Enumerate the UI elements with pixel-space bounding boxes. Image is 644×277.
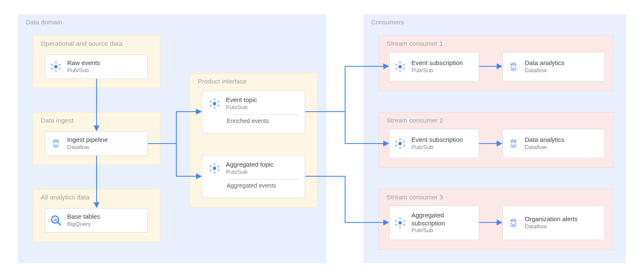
service-sub: Pub/Sub <box>411 144 463 151</box>
service-title: Event subscription <box>411 59 463 67</box>
service-title: Aggregated subscription <box>411 212 474 227</box>
box-event-topic: Event topic Pub/Sub Enriched events <box>202 91 305 133</box>
service-title: Organization alerts <box>525 215 578 223</box>
service-title: Base tables <box>67 213 100 221</box>
dataflow-icon <box>50 137 62 150</box>
region-label: Data ingest <box>41 117 73 124</box>
pubsub-icon <box>394 137 406 150</box>
box-ingest-pipeline: Ingest pipeline Dataflow <box>45 131 148 156</box>
divider <box>227 179 299 180</box>
service-sub: Pub/Sub <box>226 169 273 176</box>
region-label: Stream consumer 2 <box>387 117 443 124</box>
service-sub: Pub/Sub <box>411 67 463 74</box>
box-base-tables: Base tables BigQuery <box>45 208 148 233</box>
pubsub-icon <box>394 217 406 229</box>
service-sub: Pub/Sub <box>67 67 100 74</box>
box-c2-subscription: Event subscription Pub/Sub <box>389 129 479 158</box>
divider <box>227 115 299 115</box>
box-aggregated-topic: Aggregated topic Pub/Sub Aggregated even… <box>202 155 305 198</box>
box-c1-subscription: Event subscription Pub/Sub <box>389 52 479 81</box>
service-title: Data analytics <box>525 136 564 144</box>
service-note: Enriched events <box>227 118 299 124</box>
service-title: Event subscription <box>411 136 463 144</box>
service-sub: BigQuery <box>67 221 100 228</box>
service-title: Ingest pipeline <box>67 136 108 144</box>
region-label: Operational and source data <box>41 40 123 47</box>
box-raw-events: Raw events Pub/Sub <box>45 55 148 79</box>
region-label: Data domain <box>26 18 62 26</box>
box-c2-analytics: Data analytics Dataflow <box>503 129 605 158</box>
architecture-diagram: Data domain Operational and source data … <box>0 0 644 277</box>
service-sub: Dataflow <box>525 223 578 230</box>
region-label: Consumers <box>371 18 404 26</box>
service-sub: Dataflow <box>67 144 108 151</box>
box-c1-analytics: Data analytics Dataflow <box>503 52 605 81</box>
service-note: Aggregated events <box>227 182 299 189</box>
pubsub-icon <box>394 60 406 73</box>
service-title: Raw events <box>67 59 100 67</box>
service-sub: Pub/Sub <box>226 104 257 111</box>
service-title: Event topic <box>226 96 257 104</box>
service-title: Aggregated topic <box>226 161 273 169</box>
service-sub: Dataflow <box>525 144 564 151</box>
dataflow-icon <box>507 217 520 229</box>
region-label: Product interface <box>198 78 247 85</box>
region-label: Stream consumer 3 <box>387 193 443 201</box>
box-c3-alerts: Organization alerts Dataflow <box>503 206 605 240</box>
service-sub: Dataflow <box>525 67 564 74</box>
region-label: All analytics data <box>41 193 89 201</box>
pubsub-icon <box>208 162 221 175</box>
pubsub-icon <box>208 97 221 110</box>
service-title: Data analytics <box>525 59 564 67</box>
dataflow-icon <box>507 137 520 150</box>
dataflow-icon <box>507 60 520 73</box>
bigquery-icon <box>50 214 62 227</box>
box-c3-subscription: Aggregated subscription Pub/Sub <box>389 206 479 240</box>
region-label: Stream consumer 1 <box>387 40 443 47</box>
pubsub-icon <box>50 60 62 73</box>
service-sub: Pub/Sub <box>411 227 474 234</box>
